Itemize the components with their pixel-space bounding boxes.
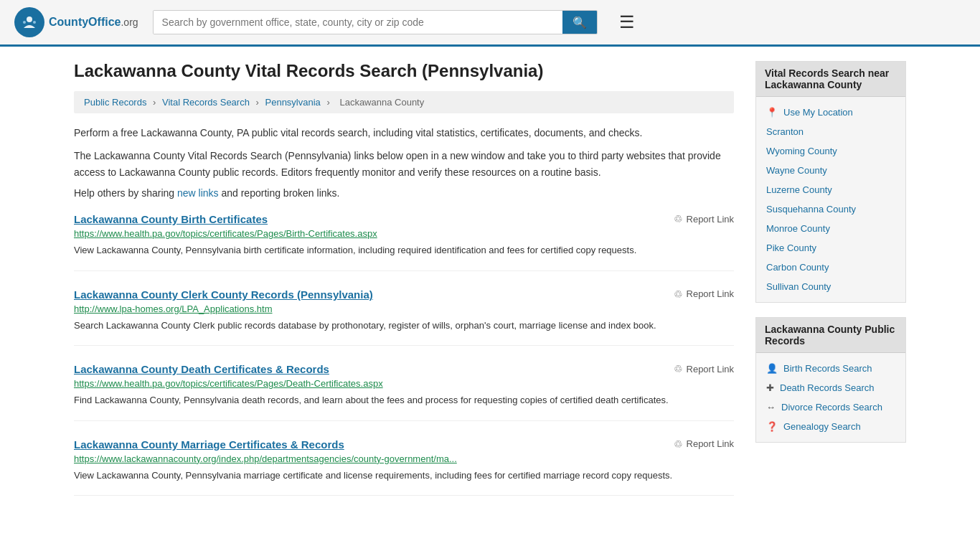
record-type-icon: ↔ [766, 402, 776, 413]
description-2: The Lackawanna County Vital Records Sear… [74, 148, 734, 180]
sidebar-record-item[interactable]: ↔ Divorce Records Search [756, 397, 905, 417]
logo-text: CountyOffice.org [49, 16, 138, 29]
report-link[interactable]: ♲ Report Link [674, 363, 734, 375]
record-title[interactable]: Lackawanna County Death Certificates & R… [74, 363, 329, 375]
svg-point-2 [23, 21, 26, 24]
record-title[interactable]: Lackawanna County Marriage Certificates … [74, 438, 344, 451]
record-title[interactable]: Lackawanna County Clerk County Records (… [74, 288, 373, 301]
record-item: Lackawanna County Marriage Certificates … [74, 438, 734, 496]
sidebar-nearby-item[interactable]: Wyoming County [756, 141, 905, 161]
nearby-list: ScrantonWyoming CountyWayne CountyLuzern… [756, 122, 905, 296]
nearby-link[interactable]: Sullivan County [766, 281, 831, 292]
public-records-list: 👤 Birth Records Search ✚ Death Records S… [756, 359, 905, 436]
sidebar-record-item[interactable]: ❓ Genealogy Search [756, 417, 905, 436]
record-item: Lackawanna County Death Certificates & R… [74, 363, 734, 421]
record-type-link[interactable]: Genealogy Search [783, 421, 861, 432]
svg-point-1 [27, 17, 32, 22]
record-url[interactable]: https://www.health.pa.gov/topics/certifi… [74, 378, 734, 389]
page-title: Lackawanna County Vital Records Search (… [74, 61, 734, 81]
sidebar: Vital Records Search near Lackawanna Cou… [755, 61, 906, 513]
use-my-location-link[interactable]: Use My Location [783, 107, 853, 118]
logo[interactable]: CountyOffice.org [14, 7, 138, 37]
sidebar-nearby-item[interactable]: Carbon County [756, 258, 905, 277]
sidebar-nearby-item[interactable]: Sullivan County [756, 277, 905, 296]
public-records-body: 👤 Birth Records Search ✚ Death Records S… [756, 353, 905, 442]
breadcrumb-pennsylvania[interactable]: Pennsylvania [265, 97, 321, 108]
svg-point-3 [33, 21, 36, 24]
content-area: Lackawanna County Vital Records Search (… [74, 61, 734, 513]
record-url[interactable]: http://www.lpa-homes.org/LPA_Application… [74, 303, 734, 314]
sidebar-record-item[interactable]: 👤 Birth Records Search [756, 359, 905, 378]
logo-icon [14, 7, 44, 37]
breadcrumb-public-records[interactable]: Public Records [84, 97, 146, 108]
report-link[interactable]: ♲ Report Link [674, 213, 734, 225]
sidebar-record-item[interactable]: ✚ Death Records Search [756, 378, 905, 397]
record-item: Lackawanna County Clerk County Records (… [74, 288, 734, 347]
record-description: Search Lackawanna County Clerk public re… [74, 319, 734, 333]
sidebar-nearby-item[interactable]: Pike County [756, 238, 905, 258]
nearby-body: 📍 Use My Location ScrantonWyoming County… [756, 97, 905, 302]
nearby-link[interactable]: Wayne County [766, 165, 827, 176]
record-description: View Lackawanna County, Pennsylvania bir… [74, 243, 734, 258]
record-url[interactable]: https://www.health.pa.gov/topics/certifi… [74, 228, 734, 239]
record-type-link[interactable]: Birth Records Search [783, 363, 872, 374]
location-icon: 📍 [766, 107, 778, 118]
sidebar-nearby-item[interactable]: Monroe County [756, 219, 905, 238]
record-type-icon: ✚ [766, 382, 774, 393]
nearby-title: Vital Records Search near Lackawanna Cou… [756, 62, 905, 97]
record-type-icon: 👤 [766, 363, 778, 374]
main-container: Lackawanna County Vital Records Search (… [60, 47, 920, 527]
nearby-link[interactable]: Carbon County [766, 262, 829, 273]
report-link[interactable]: ♲ Report Link [674, 288, 734, 300]
records-list: Lackawanna County Birth Certificates ♲ R… [74, 213, 734, 496]
search-button[interactable]: 🔍 [562, 11, 597, 34]
new-links[interactable]: new links [177, 187, 219, 199]
nearby-link[interactable]: Pike County [766, 242, 816, 253]
report-icon: ♲ [674, 288, 683, 300]
nearby-link[interactable]: Susquehanna County [766, 204, 856, 215]
report-icon: ♲ [674, 363, 683, 375]
hamburger-menu[interactable]: ☰ [619, 12, 635, 32]
report-icon: ♲ [674, 438, 683, 450]
search-bar: 🔍 [153, 10, 598, 34]
record-description: Find Lackawanna County, Pennsylvania dea… [74, 393, 734, 408]
nearby-link[interactable]: Wyoming County [766, 146, 837, 156]
description-1: Perform a free Lackawanna County, PA pub… [74, 125, 734, 141]
record-item: Lackawanna County Birth Certificates ♲ R… [74, 213, 734, 271]
sidebar-nearby-item[interactable]: Susquehanna County [756, 199, 905, 219]
page-header: CountyOffice.org 🔍 ☰ [0, 0, 980, 47]
nearby-link[interactable]: Monroe County [766, 223, 830, 234]
nearby-link[interactable]: Luzerne County [766, 184, 832, 195]
record-title[interactable]: Lackawanna County Birth Certificates [74, 213, 268, 225]
report-link[interactable]: ♲ Report Link [674, 438, 734, 450]
record-description: View Lackawanna County, Pennsylvania mar… [74, 468, 734, 483]
search-input[interactable] [154, 11, 562, 34]
record-type-link[interactable]: Death Records Search [780, 382, 875, 393]
record-type-icon: ❓ [766, 421, 778, 432]
breadcrumb-vital-records[interactable]: Vital Records Search [162, 97, 250, 108]
report-icon: ♲ [674, 213, 683, 225]
sidebar-nearby-item[interactable]: Scranton [756, 122, 905, 141]
record-url[interactable]: https://www.lackawannacounty.org/index.p… [74, 453, 734, 464]
nearby-section: Vital Records Search near Lackawanna Cou… [755, 61, 906, 303]
use-my-location[interactable]: 📍 Use My Location [756, 103, 905, 122]
breadcrumb: Public Records › Vital Records Search › … [74, 91, 734, 113]
breadcrumb-current: Lackawanna County [339, 97, 424, 108]
sidebar-nearby-item[interactable]: Luzerne County [756, 180, 905, 199]
nearby-link[interactable]: Scranton [766, 126, 804, 137]
record-type-link[interactable]: Divorce Records Search [781, 402, 882, 413]
help-text: Help others by sharing new links and rep… [74, 187, 734, 199]
public-records-title: Lackawanna County Public Records [756, 318, 905, 353]
sidebar-nearby-item[interactable]: Wayne County [756, 161, 905, 180]
public-records-section: Lackawanna County Public Records 👤 Birth… [755, 317, 906, 443]
